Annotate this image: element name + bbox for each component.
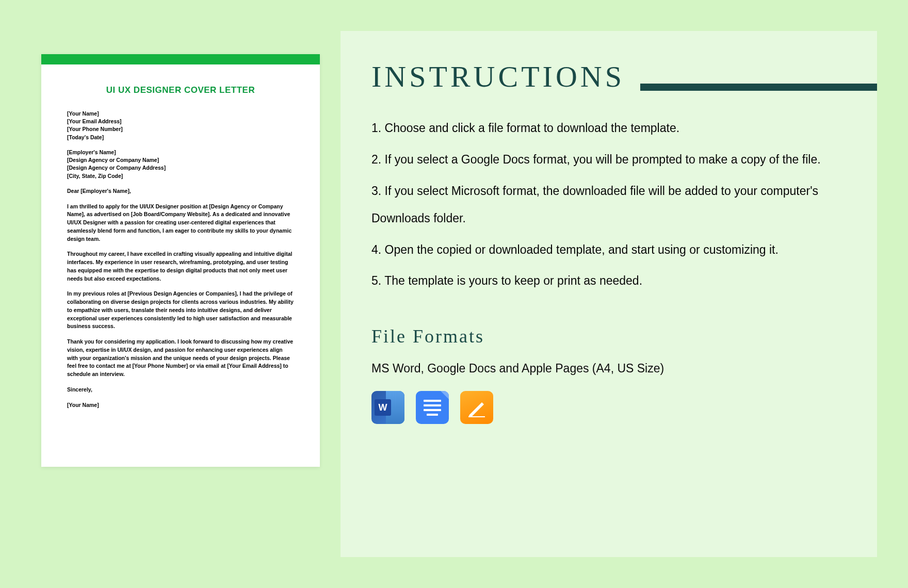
instruction-1: 1. Choose and click a file format to dow… — [371, 115, 846, 142]
sender-email: [Your Email Address] — [67, 118, 294, 125]
instruction-3: 3. If you select Microsoft format, the d… — [371, 177, 846, 232]
salutation: Dear [Employer's Name], — [67, 187, 294, 195]
letter-title: UI UX DESIGNER COVER LETTER — [67, 85, 294, 95]
cover-letter-preview: UI UX DESIGNER COVER LETTER [Your Name] … — [41, 54, 320, 467]
file-formats-text: MS Word, Google Docs and Apple Pages (A4… — [371, 362, 846, 375]
signature: [Your Name] — [67, 401, 294, 410]
letter-body: UI UX DESIGNER COVER LETTER [Your Name] … — [41, 64, 320, 432]
gdocs-line-icon — [424, 400, 441, 402]
file-format-icons: W — [371, 391, 846, 424]
instruction-4: 4. Open the copied or downloaded templat… — [371, 236, 846, 264]
instructions-list: 1. Choose and click a file format to dow… — [371, 115, 846, 295]
gdocs-line-icon — [424, 409, 441, 411]
instruction-2: 2. If you select a Google Docs format, y… — [371, 146, 846, 173]
paragraph-3: In my previous roles at [Previous Design… — [67, 290, 294, 331]
ms-word-icon[interactable]: W — [371, 391, 404, 424]
recipient-city: [City, State, Zip Code] — [67, 172, 294, 180]
word-letter: W — [375, 399, 391, 416]
paragraph-2: Throughout my career, I have excelled in… — [67, 250, 294, 283]
gdocs-line-icon — [427, 414, 438, 416]
recipient-company: [Design Agency or Company Name] — [67, 156, 294, 164]
paragraph-1: I am thrilled to apply for the UI/UX Des… — [67, 203, 294, 243]
file-formats-heading: File Formats — [371, 325, 846, 347]
recipient-name: [Employer's Name] — [67, 149, 294, 156]
google-docs-icon[interactable] — [416, 391, 449, 424]
sender-phone: [Your Phone Number] — [67, 125, 294, 133]
instructions-title-row: INSTRUCTIONS — [371, 59, 846, 115]
letter-date: [Today's Date] — [67, 134, 294, 141]
instructions-panel: INSTRUCTIONS 1. Choose and click a file … — [340, 31, 877, 557]
heading-rule — [640, 84, 877, 91]
instruction-5: 5. The template is yours to keep or prin… — [371, 267, 846, 295]
sender-block: [Your Name] [Your Email Address] [Your P… — [67, 110, 294, 141]
apple-pages-icon[interactable] — [460, 391, 493, 424]
gdocs-line-icon — [424, 404, 441, 406]
gdocs-fold-icon — [441, 391, 449, 399]
pen-icon — [466, 397, 487, 418]
sender-name: [Your Name] — [67, 110, 294, 118]
paragraph-4: Thank you for considering my application… — [67, 338, 294, 379]
recipient-block: [Employer's Name] [Design Agency or Comp… — [67, 149, 294, 180]
closing: Sincerely, — [67, 386, 294, 394]
instructions-heading: INSTRUCTIONS — [371, 59, 625, 94]
recipient-address: [Design Agency or Company Address] — [67, 164, 294, 172]
letter-top-accent — [41, 54, 320, 64]
